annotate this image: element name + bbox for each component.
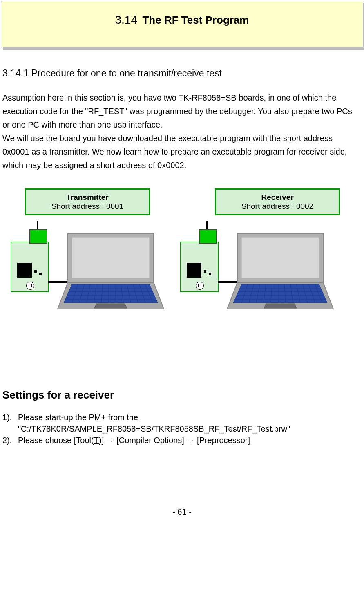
svg-marker-22 [241,237,319,278]
banner-title: The RF Test Program [142,14,249,26]
content: 3.14.1 Procedure for one to one transmit… [0,68,364,446]
pin-icon [34,270,37,273]
step-line1: Please start-up the PM+ from the [18,413,138,422]
connector-icon [29,229,47,244]
rx-title: Receiver [216,193,339,202]
button-icon [26,282,34,290]
subsection-title: 3.14.1 Procedure for one to one transmit… [2,68,362,79]
button-icon [196,282,204,290]
pin-icon [204,270,206,273]
diagram-area: Transmitter Short address : 0001 Receive… [2,188,362,360]
chip-icon [17,263,32,278]
tx-title: Transmitter [26,193,149,202]
svg-marker-1 [72,237,150,278]
step-number: 2). [2,435,18,446]
step-line2: "C:/TK78K0R/SAMPLE_RF8058+SB/TKRF8058SB_… [18,424,290,433]
laptop-icon [225,233,335,315]
receiver-device [180,242,219,292]
pin-icon [39,273,42,275]
step-1: 1). Please start-up the PM+ from the "C:… [2,412,362,435]
step-2: 2). Please choose [Tool(T)] → [Compiler … [2,435,362,446]
connector-icon [199,229,217,244]
svg-marker-24 [233,284,327,303]
tx-addr: Short address : 0001 [26,202,149,211]
transmitter-label: Transmitter Short address : 0001 [25,188,150,215]
steps-list: 1). Please start-up the PM+ from the "C:… [2,412,362,446]
board-icon [180,242,219,292]
settings-heading: Settings for a receiver [2,389,362,401]
transmitter-device [11,242,49,292]
antenna-icon [37,221,38,229]
step-part-b: )] → [Compiler Options] → [Preprocessor] [99,436,250,445]
step-part-a: Please choose [Tool( [18,436,94,445]
laptop-icon [56,233,166,315]
step-underline: T [94,436,99,445]
svg-marker-41 [264,304,297,308]
antenna-icon [206,221,208,229]
page-number: - 61 - [0,507,364,525]
paragraph-2: We will use the board you have downloade… [2,132,362,172]
svg-marker-20 [94,304,127,308]
title-banner: 3.14 The RF Test Program [1,1,363,47]
pin-icon [209,273,211,275]
board-icon [11,242,49,292]
receiver-label: Receiver Short address : 0002 [215,188,340,215]
chip-icon [187,263,201,278]
step-text: Please start-up the PM+ from the "C:/TK7… [18,412,290,435]
step-number: 1). [2,412,18,435]
banner-number: 3.14 [115,13,138,26]
rx-addr: Short address : 0002 [216,202,339,211]
svg-marker-3 [64,284,158,303]
step-text: Please choose [Tool(T)] → [Compiler Opti… [18,435,250,446]
paragraph-1: Assumption here in this section is, you … [2,91,362,132]
